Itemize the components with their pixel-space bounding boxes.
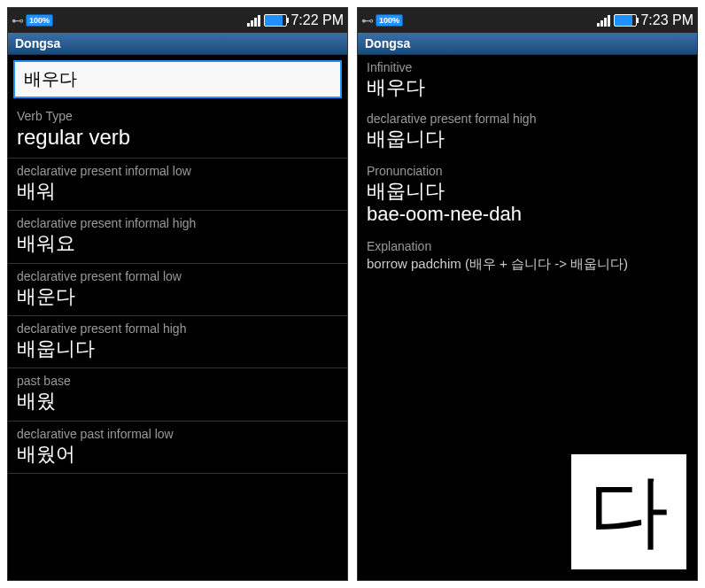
status-right: 7:22 PM	[247, 12, 344, 28]
entry-explanation: borrow padchim (배우 + 습니다 -> 배웁니다)	[367, 255, 688, 273]
entry-value: 배웠어	[17, 443, 338, 466]
search-container	[8, 55, 347, 104]
entry-value: 배워요	[17, 232, 338, 255]
entry-value: 배웁니다	[17, 337, 338, 360]
signal-icon	[597, 14, 610, 27]
phone-left: ⊷ 100% 7:22 PM Dongsa Verb Type regular …	[7, 7, 348, 581]
entry-label: declarative present informal high	[17, 216, 338, 230]
battery-percent-badge: 100%	[26, 14, 53, 27]
entry-value: 배웠	[17, 390, 338, 413]
usb-icon: ⊷	[12, 13, 24, 27]
entry-label: declarative past informal low	[17, 427, 338, 441]
battery-icon	[614, 14, 637, 27]
battery-percent-badge: 100%	[376, 14, 403, 27]
entry-value: 배운다	[17, 285, 338, 308]
battery-icon	[264, 14, 287, 27]
usb-icon: ⊷	[361, 13, 374, 27]
list-item[interactable]: past base 배웠	[8, 368, 347, 421]
entry-label: declarative present formal high	[17, 321, 338, 336]
detail-item: Infinitive 배우다	[358, 55, 697, 106]
entry-value: 배워	[17, 180, 338, 203]
entry-label: past base	[17, 374, 338, 388]
list-item[interactable]: declarative present formal high 배웁니다	[8, 316, 347, 368]
list-item[interactable]: Verb Type regular verb	[8, 104, 347, 159]
signal-icon	[247, 14, 260, 27]
entry-label: declarative present informal low	[17, 164, 338, 178]
status-right: 7:23 PM	[597, 12, 693, 28]
app-title: Dongsa	[8, 33, 347, 55]
clock-time: 7:23 PM	[640, 12, 693, 28]
app-title: Dongsa	[358, 33, 697, 55]
detail-item: declarative present formal high 배웁니다	[358, 106, 697, 158]
detail-item: Pronunciation 배웁니다 bae-oom-nee-dah	[358, 159, 697, 234]
status-bar: ⊷ 100% 7:23 PM	[358, 8, 697, 33]
list-item[interactable]: declarative past informal low 배웠어	[8, 422, 347, 474]
detail-item: Explanation borrow padchim (배우 + 습니다 -> …	[358, 234, 697, 280]
search-input[interactable]	[13, 60, 342, 98]
entry-label: Pronunciation	[367, 164, 688, 178]
list-item[interactable]: declarative present informal low 배워	[8, 159, 347, 211]
entry-value: 배웁니다	[367, 180, 688, 203]
status-bar: ⊷ 100% 7:22 PM	[8, 8, 347, 33]
entry-value: regular verb	[17, 125, 338, 151]
entry-label: Explanation	[367, 239, 688, 253]
clock-time: 7:22 PM	[291, 12, 344, 28]
list-item[interactable]: declarative present formal low 배운다	[8, 264, 347, 316]
status-left: ⊷ 100%	[361, 13, 403, 27]
entry-value: 배우다	[367, 76, 688, 99]
entry-label: declarative present formal low	[17, 269, 338, 283]
entry-label: Infinitive	[367, 60, 688, 74]
conjugation-list[interactable]: Verb Type regular verb declarative prese…	[8, 104, 347, 575]
character-preview: 다	[571, 454, 686, 569]
status-left: ⊷ 100%	[12, 13, 53, 27]
list-item[interactable]: declarative present informal high 배워요	[8, 211, 347, 263]
entry-label: declarative present formal high	[367, 112, 688, 126]
entry-label: Verb Type	[17, 109, 338, 123]
entry-value: 배웁니다	[367, 128, 688, 151]
entry-romanization: bae-oom-nee-dah	[367, 203, 688, 226]
phone-right: ⊷ 100% 7:23 PM Dongsa Infinitive 배우다 dec…	[357, 7, 698, 581]
